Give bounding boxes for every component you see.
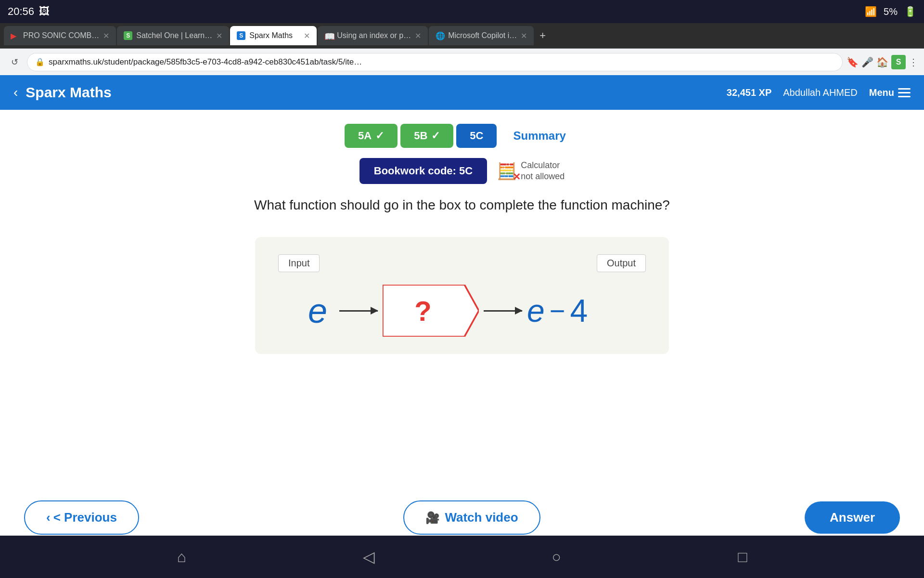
tab-title-1: PRO SONIC COMB… [23,31,99,40]
function-machine-diagram: Input Output e ? e [255,237,669,354]
time-display: 20:56 [8,5,34,18]
battery-icon: 🔋 [904,6,916,17]
tab-5b-label: 5B [414,130,427,142]
back-arrow-button[interactable]: ‹ [13,85,18,100]
url-text: sparxmaths.uk/student/package/585fb3c5-e… [49,57,362,67]
back-button[interactable]: ↺ [6,53,23,71]
address-bar-icons: 🔖 🎤 🏠 S ⋮ [847,55,918,69]
tab-title-2: Satchel One | Learn… [136,31,212,40]
calculator-icon-container: 🧮 ✕ [497,161,517,181]
android-back-icon[interactable]: ◁ [363,548,375,566]
input-label: Input [278,254,320,272]
tab-favicon-2: S [124,31,132,40]
tab-bar: ▶ PRO SONIC COMB… ✕ S Satchel One | Lear… [0,23,924,48]
header-left: ‹ Sparx Maths [13,84,112,101]
calculator-status-text: Calculator not allowed [521,160,565,183]
photo-icon: 🖼 [39,5,50,18]
arrow-2 [484,310,522,312]
tab-5a-label: 5A [358,130,372,142]
tab-5c[interactable]: 5C [456,124,497,148]
tab-close-4[interactable]: ✕ [415,31,421,40]
bottom-nav: ‹ < Previous 🎥 Watch video Answer [0,500,924,535]
app-header: ‹ Sparx Maths 32,451 XP Abdullah AHMED M… [0,75,924,110]
tab-close-1[interactable]: ✕ [103,31,109,40]
tab-sparx-maths[interactable]: S Sparx Maths ✕ [230,26,317,45]
wifi-icon: 📶 [865,6,877,17]
previous-button[interactable]: ‹ < Previous [24,500,139,535]
menu-label: Menu [869,87,894,98]
previous-chevron: ‹ [46,510,51,525]
tab-5a-check: ✓ [375,130,384,142]
tab-summary[interactable]: Summary [500,123,579,148]
status-right: 📶 5% 🔋 [865,6,916,17]
input-value: e [301,291,334,330]
diagram-flow: e ? e − 4 [278,285,646,337]
address-bar-row: ↺ 🔒 sparxmaths.uk/student/package/585fb3… [0,48,924,75]
status-left: 20:56 🖼 [8,5,50,18]
question-text: What function should go in the box to co… [254,197,670,213]
tab-close-2[interactable]: ✕ [216,31,222,40]
tab-satchel[interactable]: S Satchel One | Learn… ✕ [117,26,229,45]
lock-icon: 🔒 [35,57,45,66]
tab-title-3: Sparx Maths [249,31,300,40]
output-number: 4 [570,292,588,329]
bookwork-row: Bookwork code: 5C 🧮 ✕ Calculator not all… [359,158,565,184]
address-bar[interactable]: 🔒 sparxmaths.uk/student/package/585fb3c5… [27,53,843,71]
tab-copilot[interactable]: 🌐 Microsoft Copilot i… ✕ [429,26,534,45]
xp-display: 32,451 XP [727,87,771,98]
tab-close-3[interactable]: ✕ [304,31,310,40]
tab-favicon-1: ▶ [11,31,19,40]
tab-title-4: Using an index or p… [337,31,411,40]
main-content: 5A ✓ 5B ✓ 5C Summary Bookwork code: 5C 🧮… [0,110,924,373]
extensions-icon[interactable]: S [891,55,906,69]
tab-close-5[interactable]: ✕ [521,31,527,40]
hamburger-icon [898,88,911,97]
tab-5b-check: ✓ [431,130,440,142]
android-nav-bar: ⌂ ◁ ○ □ [0,536,924,578]
diagram-labels: Input Output [278,254,646,272]
calculator-x-icon: ✕ [513,171,521,183]
calculator-label: Calculator [521,160,565,171]
tab-index[interactable]: 📖 Using an index or p… ✕ [318,26,428,45]
question-box: ? [383,285,479,337]
bookmark-icon[interactable]: 🔖 [847,56,859,68]
answer-button[interactable]: Answer [805,501,900,534]
output-value: e − 4 [527,292,623,329]
tab-5b[interactable]: 5B ✓ [400,124,453,148]
battery-display: 5% [884,6,898,17]
microphone-icon[interactable]: 🎤 [861,56,873,68]
tab-favicon-5: 🌐 [436,31,444,40]
android-home-icon[interactable]: ⌂ [177,548,186,566]
tab-5c-label: 5C [470,130,483,142]
bookwork-code-label: Bookwork code: 5C [374,165,473,177]
output-letter: e [527,292,545,329]
android-square-icon[interactable]: □ [738,548,747,566]
calculator-status: not allowed [521,171,565,182]
watch-video-label: Watch video [445,510,518,525]
output-label: Output [597,254,646,272]
previous-label: < Previous [53,510,117,525]
app-logo: Sparx Maths [26,84,111,101]
header-right: 32,451 XP Abdullah AHMED Menu [727,87,911,98]
tab-title-5: Microsoft Copilot i… [448,31,517,40]
more-icon[interactable]: ⋮ [909,56,918,68]
tab-pro-sonic[interactable]: ▶ PRO SONIC COMB… ✕ [4,26,116,45]
new-tab-button[interactable]: + [535,29,551,42]
bookwork-code-button[interactable]: Bookwork code: 5C [359,158,487,184]
watch-video-button[interactable]: 🎥 Watch video [403,500,540,535]
home-icon[interactable]: 🏠 [876,56,888,68]
browser-chrome: ▶ PRO SONIC COMB… ✕ S Satchel One | Lear… [0,23,924,75]
tab-favicon-4: 📖 [324,31,333,40]
tab-favicon-3: S [237,31,245,40]
answer-label: Answer [830,510,875,525]
tab-summary-label: Summary [513,129,565,143]
video-camera-icon: 🎥 [425,511,440,525]
task-tabs: 5A ✓ 5B ✓ 5C Summary [345,123,579,148]
arrow-1 [339,310,378,312]
menu-button[interactable]: Menu [869,87,911,98]
android-circle-icon[interactable]: ○ [552,548,561,566]
calculator-info: 🧮 ✕ Calculator not allowed [497,160,565,183]
tab-5a[interactable]: 5A ✓ [345,124,398,148]
question-mark: ? [414,295,431,327]
status-bar: 20:56 🖼 📶 5% 🔋 [0,0,924,23]
